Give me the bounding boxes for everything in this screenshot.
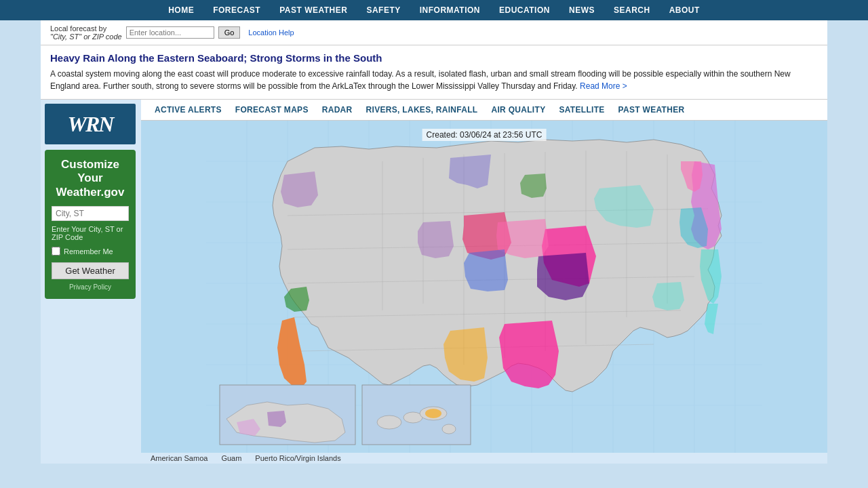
territory-labels: American SamoaGuamPuerto Rico/Virgin Isl… <box>141 453 827 464</box>
nav-item-about[interactable]: ABOUT <box>660 0 709 20</box>
sub-navigation: ACTIVE ALERTSFORECAST MAPSRADARRIVERS, L… <box>141 100 827 121</box>
nav-item-forecast[interactable]: FORECAST <box>203 0 270 20</box>
nav-item-safety[interactable]: SAFETY <box>357 0 410 20</box>
sub-nav-item-air-quality[interactable]: AIR QUALITY <box>484 104 552 116</box>
location-help-link[interactable]: Location Help <box>248 28 294 37</box>
territory-label: American Samoa <box>151 454 208 462</box>
local-forecast-bar: Local forecast by "City, ST" or ZIP code… <box>41 20 827 45</box>
territory-label: Guam <box>221 454 241 462</box>
enter-city-label: Enter Your City, ST or ZIP Code <box>52 225 129 241</box>
customize-widget: Customize Your Weather.gov Enter Your Ci… <box>45 150 136 299</box>
nav-item-information[interactable]: INFORMATION <box>410 0 490 20</box>
sub-nav-item-forecast-maps[interactable]: FORECAST MAPS <box>229 104 315 116</box>
remember-me-checkbox[interactable] <box>52 247 60 256</box>
alert-body: A coastal system moving along the east c… <box>50 68 818 92</box>
sub-nav-item-active-alerts[interactable]: ACTIVE ALERTS <box>148 104 229 116</box>
nav-item-home[interactable]: HOME <box>159 0 203 20</box>
nav-item-search[interactable]: SEARCH <box>604 0 660 20</box>
local-forecast-label: Local forecast by <box>50 24 122 33</box>
location-input[interactable] <box>126 26 214 39</box>
local-forecast-sublabel: "City, ST" or ZIP code <box>50 33 122 41</box>
svg-point-36 <box>377 415 401 429</box>
alert-section: Heavy Rain Along the Eastern Seaboard; S… <box>41 45 827 100</box>
territory-label: Puerto Rico/Virgin Islands <box>255 454 340 462</box>
privacy-policy-link[interactable]: Privacy Policy <box>52 283 129 291</box>
sub-nav-item-past-weather[interactable]: PAST WEATHER <box>612 104 692 116</box>
wrn-logo: WRN <box>45 104 136 144</box>
us-map <box>141 121 827 453</box>
go-button[interactable]: Go <box>218 26 241 39</box>
sub-nav-item-radar[interactable]: RADAR <box>315 104 359 116</box>
map-container: Created: 03/06/24 at 23:56 UTC <box>141 121 827 453</box>
svg-point-40 <box>425 409 441 418</box>
main-content: ACTIVE ALERTSFORECAST MAPSRADARRIVERS, L… <box>141 100 827 464</box>
map-timestamp: Created: 03/06/24 at 23:56 UTC <box>422 129 547 141</box>
nav-item-past-weather[interactable]: PAST WEATHER <box>270 0 357 20</box>
get-weather-button[interactable]: Get Weather <box>52 262 129 279</box>
sidebar: WRN Customize Your Weather.gov Enter You… <box>41 100 141 464</box>
read-more-link[interactable]: Read More > <box>580 81 627 91</box>
customize-title: Customize Your Weather.gov <box>52 158 129 199</box>
city-input[interactable] <box>52 206 129 221</box>
alert-title: Heavy Rain Along the Eastern Seaboard; S… <box>50 52 818 64</box>
wrn-logo-text: WRN <box>68 112 113 137</box>
remember-row: Remember Me <box>52 247 129 256</box>
svg-point-39 <box>442 424 456 434</box>
top-navigation: HOMEFORECASTPAST WEATHERSAFETYINFORMATIO… <box>0 0 868 20</box>
sub-nav-item-rivers[interactable]: RIVERS, LAKES, RAINFALL <box>359 104 485 116</box>
remember-me-label: Remember Me <box>64 247 113 256</box>
nav-item-news[interactable]: NEWS <box>559 0 604 20</box>
sub-nav-item-satellite[interactable]: SATELLITE <box>552 104 611 116</box>
nav-item-education[interactable]: EDUCATION <box>490 0 559 20</box>
